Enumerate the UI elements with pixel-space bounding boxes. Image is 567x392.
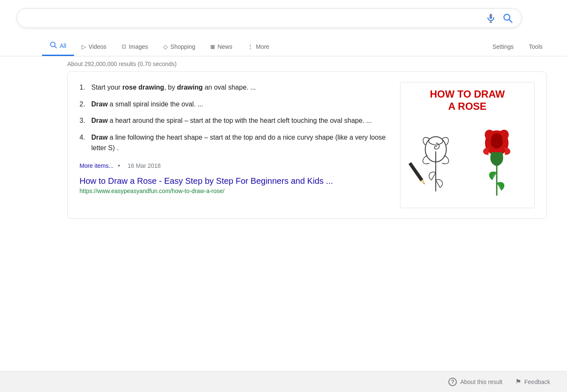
snippet-list: 1. Start your rose drawing, by drawing a… bbox=[79, 82, 387, 154]
list-item: 2. Draw a small spiral inside the oval. … bbox=[79, 99, 387, 110]
result-stats: About 292,000,000 results (0.70 seconds) bbox=[0, 56, 567, 72]
more-icon: ⋮ bbox=[247, 43, 253, 50]
all-icon bbox=[50, 41, 57, 50]
bottom-bar: ? About this result ⚑ Feedback bbox=[0, 371, 567, 392]
svg-rect-1 bbox=[490, 15, 491, 17]
images-icon: ⊡ bbox=[122, 43, 126, 50]
more-items-link[interactable]: More items... bbox=[79, 162, 114, 169]
svg-rect-11 bbox=[408, 162, 423, 181]
settings-tools: Settings Tools bbox=[485, 39, 550, 54]
rose-svg bbox=[406, 118, 528, 202]
settings-label: Settings bbox=[493, 43, 514, 50]
videos-icon: ▷ bbox=[82, 43, 86, 50]
snippet-text: 1. Start your rose drawing, by drawing a… bbox=[79, 82, 387, 208]
search-input[interactable]: how to draw a rose bbox=[26, 13, 486, 23]
question-icon: ? bbox=[448, 378, 457, 386]
tab-more[interactable]: ⋮ More bbox=[240, 39, 277, 54]
featured-snippet: 1. Start your rose drawing, by drawing a… bbox=[67, 72, 547, 219]
feedback-icon: ⚑ bbox=[515, 378, 521, 386]
tab-images[interactable]: ⊡ Images bbox=[114, 39, 156, 54]
about-result-link[interactable]: ? About this result bbox=[448, 378, 502, 386]
svg-line-8 bbox=[55, 46, 57, 48]
tab-shopping[interactable]: ◇ Shopping bbox=[156, 39, 203, 54]
tab-more-label: More bbox=[256, 43, 269, 50]
tools-label: Tools bbox=[529, 43, 543, 50]
shopping-icon: ◇ bbox=[163, 43, 168, 50]
tab-images-label: Images bbox=[129, 43, 148, 50]
microphone-icon[interactable] bbox=[486, 13, 496, 23]
tab-news-label: News bbox=[217, 43, 232, 50]
result-url: https://www.easypeasyandfun.com/how-to-d… bbox=[79, 188, 387, 194]
list-item: 1. Start your rose drawing, by drawing a… bbox=[79, 82, 387, 93]
header: how to draw a rose bbox=[0, 0, 567, 28]
news-icon: ▦ bbox=[210, 44, 215, 50]
search-bar: how to draw a rose bbox=[17, 8, 522, 28]
tab-news[interactable]: ▦ News bbox=[203, 39, 240, 54]
search-icons bbox=[486, 13, 513, 23]
search-icon[interactable] bbox=[503, 13, 513, 23]
image-headline: HOW TO DRAW A ROSE bbox=[430, 88, 505, 113]
svg-line-6 bbox=[509, 20, 512, 23]
tab-all[interactable]: All bbox=[42, 37, 74, 56]
result-title-link[interactable]: How to Draw a Rose - Easy Step by Step F… bbox=[79, 176, 387, 186]
feedback-text: Feedback bbox=[525, 379, 550, 385]
list-item: 4. Draw a line following the heart shape… bbox=[79, 132, 387, 154]
feedback-link[interactable]: ⚑ Feedback bbox=[515, 378, 550, 386]
tab-videos-label: Videos bbox=[89, 43, 107, 50]
main-content: 1. Start your rose drawing, by drawing a… bbox=[0, 72, 567, 219]
tools-tab[interactable]: Tools bbox=[521, 39, 550, 54]
snippet-footer: More items... • 16 Mar 2018 bbox=[79, 162, 387, 170]
svg-rect-2 bbox=[491, 15, 492, 17]
about-result-text: About this result bbox=[460, 379, 502, 385]
list-item: 3. Draw a heart around the spiral – star… bbox=[79, 115, 387, 126]
settings-tab[interactable]: Settings bbox=[485, 39, 522, 54]
snippet-image: HOW TO DRAW A ROSE bbox=[400, 82, 535, 208]
tab-videos[interactable]: ▷ Videos bbox=[74, 39, 114, 54]
nav-tabs: All ▷ Videos ⊡ Images ◇ Shopping ▦ News … bbox=[0, 33, 567, 56]
tab-shopping-label: Shopping bbox=[170, 43, 195, 50]
tab-all-label: All bbox=[60, 42, 66, 49]
